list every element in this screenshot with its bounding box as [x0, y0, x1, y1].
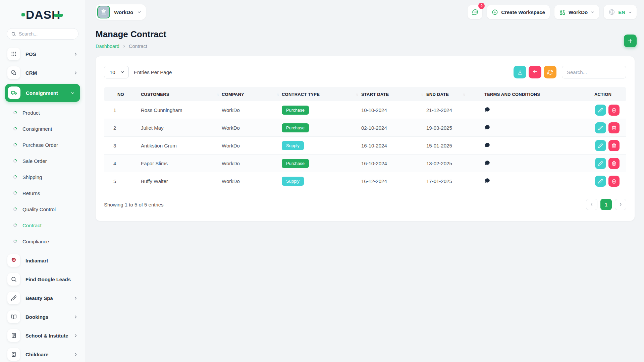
sidebar-item-find-google-leads[interactable]: Find Google Leads — [5, 272, 80, 287]
table-column-header[interactable]: NO — [104, 92, 127, 97]
edit-button[interactable] — [595, 158, 606, 169]
grid-dots-icon — [7, 48, 20, 60]
sidebar-item-label: Childcare — [25, 352, 48, 357]
bullet-circle-icon — [13, 143, 17, 146]
chevron-down-icon — [70, 91, 75, 95]
chevron-down-icon — [137, 10, 141, 14]
sidebar-submenu-item[interactable]: Consignment — [0, 121, 85, 137]
table-column-header[interactable]: CONTRACT TYPE ↑↓ — [268, 92, 348, 97]
breadcrumb-home-link[interactable]: Dashboard — [96, 44, 119, 49]
chevron-left-icon — [590, 202, 594, 206]
table-search-input[interactable] — [562, 66, 626, 78]
table-column-header[interactable]: END DATE ↑↓ — [413, 92, 471, 97]
sidebar-search-input[interactable] — [19, 31, 74, 37]
cell-end-date: 19-03-2025 — [413, 125, 471, 131]
chat-bubble-icon — [472, 9, 479, 16]
workspace-selector[interactable]: WorkDo — [96, 4, 146, 20]
app-logo[interactable]: DASH — [21, 8, 85, 21]
chevron-right-icon — [73, 296, 78, 300]
sidebar-submenu-label: Returns — [22, 190, 40, 196]
sidebar-submenu-item[interactable]: Contract — [0, 217, 85, 233]
sidebar-item-crm[interactable]: CRM — [5, 65, 80, 80]
entries-per-page-value: 10 — [110, 69, 115, 75]
reset-button[interactable] — [529, 66, 541, 78]
delete-trash-icon — [611, 143, 616, 148]
sidebar-submenu-item[interactable]: Sale Order — [0, 153, 85, 169]
sidebar-item-label: CRM — [25, 70, 37, 76]
sidebar-submenu-item[interactable]: Returns — [0, 185, 85, 201]
bullet-circle-icon — [13, 127, 17, 130]
table-column-header[interactable]: CUSTOMERS ↑↓ — [127, 92, 208, 97]
brush-icon — [7, 292, 20, 304]
delete-button[interactable] — [608, 176, 620, 187]
search-icon — [11, 32, 16, 37]
cell-contract-type: Purchase — [268, 159, 348, 168]
sidebar-submenu-label: Consignment — [22, 126, 52, 132]
sidebar-item-bookings[interactable]: Bookings — [5, 309, 80, 324]
sidebar-item-indiamart[interactable]: M Indiamart — [5, 253, 80, 268]
edit-button[interactable] — [595, 176, 606, 187]
entries-per-page-select[interactable]: 10 — [104, 66, 129, 78]
building-icon — [97, 6, 110, 18]
sidebar-submenu-item[interactable]: Quality Control — [0, 201, 85, 217]
terms-comment-button[interactable] — [484, 107, 490, 113]
export-button[interactable] — [514, 66, 526, 78]
sidebar-item-school-institute[interactable]: School & Institute — [5, 328, 80, 343]
breadcrumb-current: Contract — [129, 44, 147, 49]
sidebar-item-pos[interactable]: POS — [5, 46, 80, 62]
delete-button[interactable] — [608, 122, 620, 133]
edit-pencil-icon — [598, 179, 603, 184]
contracts-card: 10 Entries Per Page — [96, 56, 635, 221]
indiamart-icon: M — [7, 254, 20, 267]
chevron-right-icon — [73, 71, 78, 75]
delete-button[interactable] — [608, 140, 620, 151]
contract-type-badge: Purchase — [282, 159, 309, 168]
sidebar-item-beauty-spa[interactable]: Beauty Spa — [5, 290, 80, 306]
table-column-header[interactable]: START DATE ↑↓ — [348, 92, 413, 97]
edit-button[interactable] — [595, 105, 606, 116]
cell-company: WorkDo — [208, 107, 268, 113]
sort-icon[interactable]: ↑↓ — [463, 93, 465, 96]
cell-terms — [471, 160, 594, 167]
cell-customer: Buffy Walter — [127, 178, 208, 184]
table-column-header[interactable]: COMPANY ↑↓ — [208, 92, 268, 97]
cell-no: 5 — [104, 178, 127, 184]
table-column-header[interactable]: ACTION — [594, 92, 626, 97]
edit-button[interactable] — [595, 140, 606, 151]
header-actions: 0 Create Workspace WorkDo — [468, 5, 637, 19]
edit-button[interactable] — [595, 122, 606, 133]
edit-pencil-icon — [598, 108, 603, 113]
column-label: TERMS AND CONDITIONS — [484, 92, 540, 97]
delete-button[interactable] — [608, 105, 620, 116]
sidebar-item-consignment[interactable]: Consignment — [5, 84, 80, 102]
add-contract-button[interactable] — [624, 35, 637, 47]
sidebar-submenu-label: Product — [22, 110, 40, 116]
sidebar-submenu-item[interactable]: Shipping — [0, 169, 85, 185]
pagination-page-1[interactable]: 1 — [600, 199, 612, 210]
pagination-prev-button[interactable] — [586, 199, 597, 210]
terms-comment-button[interactable] — [484, 160, 490, 166]
table-body: 1 Ross Cunningham WorkDo Purchase 10-10-… — [104, 101, 626, 190]
sidebar-submenu-item[interactable]: Purchase Order — [0, 137, 85, 153]
sidebar-submenu-item[interactable]: Product — [0, 105, 85, 121]
refresh-button[interactable] — [544, 66, 556, 78]
sidebar-submenu-item[interactable]: Compliance — [0, 233, 85, 249]
messages-button[interactable]: 0 — [468, 5, 482, 19]
terms-comment-button[interactable] — [484, 124, 490, 130]
sidebar-nav: POS CRM Consignment — [0, 46, 85, 362]
create-workspace-button[interactable]: Create Workspace — [487, 5, 550, 19]
cell-company: WorkDo — [208, 143, 268, 148]
table-column-header[interactable]: TERMS AND CONDITIONS ↑↓ — [471, 92, 594, 97]
pagination-next-button[interactable] — [615, 199, 626, 210]
terms-comment-button[interactable] — [484, 178, 490, 184]
workspace-menu-button[interactable]: WorkDo — [554, 5, 599, 19]
grid-plus-icon — [559, 9, 566, 15]
cell-no: 2 — [104, 125, 127, 131]
terms-comment-button[interactable] — [484, 142, 490, 148]
sidebar-item-childcare[interactable]: Childcare — [5, 347, 80, 362]
table-row: 2 Juliet May WorkDo Purchase 02-10-2024 … — [104, 119, 626, 137]
language-selector[interactable]: EN — [604, 5, 637, 19]
delete-button[interactable] — [608, 158, 620, 169]
comment-icon — [484, 124, 490, 130]
table-header-row: NO CUSTOMERS ↑↓ COMPANY ↑↓ CONTRACT TYPE… — [104, 87, 626, 101]
